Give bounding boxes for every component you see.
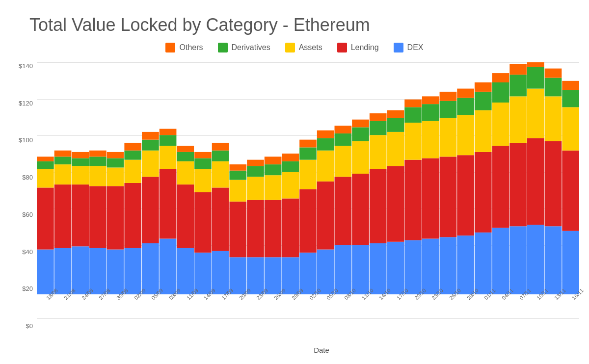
bar-segment-assets — [562, 107, 579, 150]
bar-segment-derivatives — [440, 101, 457, 118]
y-axis-label: $100 — [10, 136, 37, 144]
bar-segment-derivatives — [545, 78, 562, 97]
bar-segment-derivatives — [404, 107, 422, 123]
bar-segment-assets — [142, 151, 159, 177]
bar-segment-lending — [335, 177, 352, 245]
bar-segment-lending — [142, 177, 159, 243]
chart-container: Total Value Locked by Category - Ethereu… — [0, 0, 589, 364]
bar-segment-assets — [54, 164, 72, 184]
bar-segment-others — [440, 92, 457, 101]
chart-area: $0$20$40$60$80$100$120$140 18/0821/0824/… — [10, 62, 579, 354]
bar-segment-dex — [352, 245, 369, 294]
bar-segment-dex — [422, 238, 439, 294]
bar-segment-lending — [317, 182, 334, 250]
legend-item: Derivatives — [218, 43, 270, 52]
bar-segment-derivatives — [475, 92, 492, 110]
bar-segment-others — [160, 129, 177, 135]
bar-segment-assets — [247, 177, 264, 200]
bar-segment-lending — [160, 169, 177, 239]
bar-segment-lending — [54, 184, 72, 248]
bar-segment-assets — [545, 96, 562, 141]
bar-segment-assets — [177, 161, 194, 184]
bar-segment-dex — [440, 237, 457, 294]
bar-segment-dex — [160, 238, 177, 294]
bar-segment-assets — [72, 166, 89, 184]
bar-segment-derivatives — [160, 135, 177, 146]
legend-label: Others — [179, 43, 203, 52]
legend-item: Lending — [337, 43, 379, 52]
bar-segment-derivatives — [229, 171, 246, 180]
bar-segment-derivatives — [509, 75, 527, 96]
bar-segment-others — [54, 151, 72, 157]
legend-label: Derivatives — [232, 43, 270, 52]
legend-color-box — [285, 43, 295, 52]
bar-segment-others — [37, 156, 54, 161]
bar-segment-derivatives — [54, 156, 72, 164]
y-axis-label: $40 — [10, 248, 37, 256]
bar-segment-dex — [492, 228, 509, 294]
bar-segment-assets — [229, 180, 246, 202]
bar-segment-dex — [475, 233, 492, 294]
y-axis: $0$20$40$60$80$100$120$140 — [10, 62, 37, 354]
bar-segment-assets — [265, 175, 282, 200]
bar-segment-assets — [387, 132, 404, 166]
y-axis-label: $60 — [10, 211, 37, 218]
bar-segment-derivatives — [124, 151, 141, 160]
bar-segment-lending — [247, 200, 264, 258]
bar-segment-others — [265, 156, 282, 164]
bar-segment-dex — [37, 250, 54, 294]
bar-segment-assets — [160, 146, 177, 169]
bar-segment-derivatives — [72, 158, 89, 166]
bar-segment-lending — [492, 146, 509, 228]
bar-segment-others — [212, 143, 229, 151]
bar-segment-others — [352, 120, 369, 128]
bar-segment-assets — [212, 161, 229, 188]
bar-segment-assets — [404, 123, 422, 160]
bar-segment-lending — [404, 160, 422, 240]
y-axis-label: $140 — [10, 62, 37, 70]
bar-segment-dex — [457, 235, 474, 294]
bar-segment-lending — [545, 141, 562, 226]
bar-segment-assets — [89, 166, 107, 186]
bar-segment-derivatives — [317, 138, 334, 151]
bar-segment-dex — [335, 245, 352, 294]
bar-segment-lending — [282, 198, 299, 257]
bar-segment-dex — [229, 257, 246, 294]
bar-segment-lending — [265, 200, 282, 258]
bar-segment-dex — [387, 242, 404, 294]
bar-segment-lending — [89, 186, 107, 248]
bar-segment-others — [177, 146, 194, 152]
legend-item: DEX — [394, 43, 424, 52]
legend: OthersDerivativesAssetsLendingDEX — [10, 43, 579, 52]
bar-segment-dex — [54, 248, 72, 294]
bar-segment-others — [107, 152, 124, 158]
bars-and-grid: 18/0821/0824/0827/0830/0802/0905/0908/09… — [37, 62, 579, 319]
bar-segment-assets — [107, 167, 124, 186]
chart-title: Total Value Locked by Category - Ethereu… — [10, 15, 579, 35]
bar-segment-derivatives — [37, 161, 54, 169]
bar-segment-lending — [509, 143, 527, 226]
bar-segment-others — [545, 69, 562, 78]
bar-segment-dex — [299, 253, 317, 294]
bar-segment-derivatives — [492, 82, 509, 103]
bar-segment-lending — [352, 174, 369, 245]
bar-segment-others — [475, 82, 492, 92]
bar-segment-others — [89, 151, 107, 157]
bar-segment-others — [335, 126, 352, 133]
bar-segment-derivatives — [527, 67, 544, 88]
bar-segment-derivatives — [457, 98, 474, 115]
bar-segment-others — [72, 152, 89, 158]
legend-label: DEX — [407, 43, 424, 52]
bar-segment-others — [370, 113, 387, 121]
bar-segment-dex — [509, 226, 527, 294]
bar-segment-derivatives — [335, 133, 352, 146]
bars-svg — [37, 62, 579, 319]
bar-segment-others — [282, 154, 299, 161]
legend-color-box — [165, 43, 175, 52]
bar-segment-dex — [142, 243, 159, 294]
bar-segment-assets — [509, 96, 527, 143]
bar-segment-assets — [299, 160, 317, 189]
bar-segment-lending — [37, 187, 54, 249]
bar-segment-dex — [107, 250, 124, 294]
x-axis: 18/0821/0824/0827/0830/0802/0905/0908/09… — [37, 294, 579, 319]
